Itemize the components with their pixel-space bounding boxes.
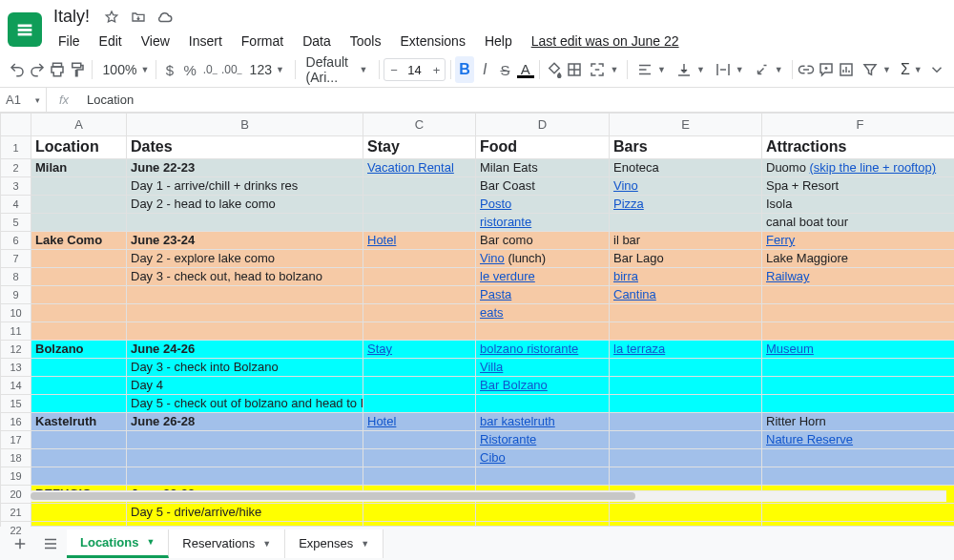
row-header[interactable]: 5 [1,214,31,232]
col-header-C[interactable]: C [363,114,476,136]
row-header[interactable]: 2 [1,159,31,177]
cell[interactable] [762,322,955,341]
cell[interactable]: Location [31,136,127,159]
last-edit-link[interactable]: Last edit was on June 22 [523,30,688,52]
cell[interactable] [476,504,610,522]
cell[interactable] [363,504,476,522]
cell[interactable]: Ferry [762,232,955,250]
cell[interactable] [762,286,955,304]
cell[interactable] [363,286,476,304]
cell[interactable]: Dates [127,136,363,159]
sheet-tab-locations[interactable]: Locations▼ [67,529,169,558]
cell[interactable]: June 23-24 [127,232,363,250]
cell[interactable] [363,449,476,467]
col-header-A[interactable]: A [31,114,127,136]
font-family-select[interactable]: Default (Ari...▼ [301,56,374,83]
decrease-decimal-button[interactable]: .0_ [201,56,219,83]
row-header[interactable]: 3 [1,177,31,196]
insert-link-button[interactable] [797,56,815,83]
cell[interactable] [762,449,955,467]
cell[interactable] [762,359,955,377]
move-folder-icon[interactable] [130,9,147,26]
menu-format[interactable]: Format [233,30,292,52]
cell[interactable] [610,304,762,322]
cell[interactable]: il bar [610,232,762,250]
filter-button[interactable]: ▼ [858,56,895,83]
menu-file[interactable]: File [50,30,89,52]
insert-comment-button[interactable] [818,56,836,83]
cell[interactable] [31,504,127,522]
col-header-F[interactable]: F [762,114,955,136]
cell[interactable] [363,177,476,196]
sheet-tab-expenses[interactable]: Expenses▼ [285,529,384,558]
col-header-D[interactable]: D [476,114,610,136]
cell[interactable] [31,449,127,467]
cell[interactable] [363,431,476,449]
star-icon[interactable] [103,9,120,26]
row-header[interactable]: 12 [1,341,31,359]
cell[interactable]: Pizza [610,196,762,214]
cell[interactable]: Day 1 - arrive/chill + drinks res [127,177,363,196]
cell[interactable]: Hotel [363,232,476,250]
cell[interactable]: Museum [762,341,955,359]
cell[interactable] [31,286,127,304]
cell[interactable] [31,467,127,486]
merge-cells-button[interactable]: ▼ [585,56,622,83]
undo-button[interactable] [8,56,26,83]
cell[interactable] [610,431,762,449]
row-header[interactable]: 9 [1,286,31,304]
cell[interactable] [476,322,610,341]
paint-format-button[interactable] [69,56,87,83]
col-header-E[interactable]: E [610,114,762,136]
cell[interactable] [31,322,127,341]
cell[interactable] [610,377,762,395]
cell[interactable]: la terraza [610,341,762,359]
cell[interactable]: Bar Bolzano [476,377,610,395]
cell[interactable]: Ritter Horn [762,413,955,431]
cell[interactable] [610,504,762,522]
cell[interactable]: Pasta [476,286,610,304]
cell[interactable] [31,359,127,377]
borders-button[interactable] [565,56,583,83]
row-header[interactable]: 1 [1,136,31,159]
cell[interactable]: Bar como [476,232,610,250]
menu-edit[interactable]: Edit [91,30,131,52]
doc-title[interactable]: Italy! [50,6,93,28]
cell[interactable]: canal boat tour [762,214,955,232]
chevron-down-icon[interactable]: ▼ [146,537,155,547]
cell[interactable] [476,395,610,413]
cell[interactable]: Day 2 - head to lake como [127,196,363,214]
currency-button[interactable]: $ [160,56,178,83]
cell[interactable] [762,467,955,486]
cell[interactable]: eats [476,304,610,322]
cell[interactable] [31,395,127,413]
cell[interactable] [363,268,476,286]
cell[interactable]: Duomo (skip the line + rooftop) [762,159,955,177]
cell[interactable] [762,395,955,413]
cell[interactable] [127,286,363,304]
all-sheets-button[interactable] [36,529,65,558]
cell[interactable]: Vacation Rental [363,159,476,177]
cell[interactable] [31,304,127,322]
italic-button[interactable]: I [476,56,494,83]
formula-input[interactable]: Location [81,93,954,107]
cell[interactable] [363,214,476,232]
cell[interactable] [127,449,363,467]
cell[interactable]: Isola [762,196,955,214]
cell[interactable]: Food [476,136,610,159]
cell[interactable]: Day 5 - check out of bolzano and head to… [127,395,363,413]
cell[interactable]: Posto [476,196,610,214]
row-header[interactable]: 10 [1,304,31,322]
menu-view[interactable]: View [133,30,178,52]
cell[interactable] [762,304,955,322]
horizontal-scrollbar[interactable] [31,490,946,502]
cell[interactable] [127,467,363,486]
row-header[interactable]: 18 [1,449,31,467]
bold-button[interactable]: B [455,56,473,83]
cell[interactable]: June 26-28 [127,413,363,431]
chevron-down-icon[interactable]: ▼ [262,539,271,549]
cell[interactable]: bar kastelruth [476,413,610,431]
cell[interactable]: June 24-26 [127,341,363,359]
cell[interactable] [363,377,476,395]
strikethrough-button[interactable]: S [496,56,514,83]
